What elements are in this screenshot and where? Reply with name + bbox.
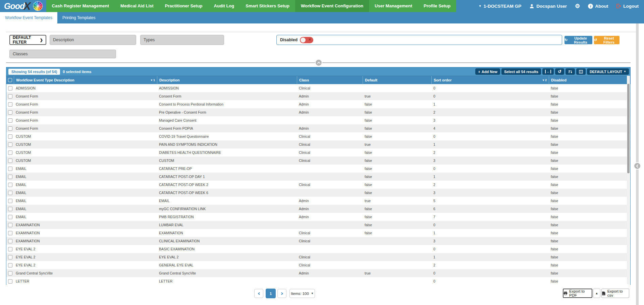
nav-medical-aid-list[interactable]: Medical Aid List (115, 0, 159, 12)
about-button[interactable]: i About (588, 4, 608, 9)
previous-page-button[interactable] (254, 289, 263, 298)
select-all-button[interactable]: Select all 54 results (501, 68, 541, 75)
table-row[interactable]: Consent Form Consent Form POPIA Admin fa… (6, 124, 630, 132)
tab-workflow-event-templates[interactable]: Workflow Event Templates (0, 12, 57, 23)
row-checkbox[interactable] (8, 167, 12, 171)
row-checkbox[interactable] (8, 191, 12, 195)
table-row[interactable]: EMAIL CATARACT POST-OP WEEK 2 Clinical f… (6, 181, 630, 189)
column-header-disabled[interactable]: Disabled (549, 76, 630, 84)
row-checkbox[interactable] (8, 175, 12, 179)
table-row[interactable]: EMAIL CATARACT PRE-OP false 0 false (6, 165, 630, 173)
row-checkbox[interactable] (8, 199, 12, 203)
row-checkbox[interactable] (8, 263, 12, 267)
select-all-checkbox[interactable] (8, 78, 12, 82)
table-row[interactable]: CUSTOM PAIN AND SYMPTOMS INDICATION Clin… (6, 140, 630, 148)
items-per-page-select[interactable]: Items: 100 ▼ (289, 289, 315, 298)
export-pdf-button[interactable]: Export to PDF (563, 289, 592, 298)
row-checkbox[interactable] (8, 134, 12, 139)
row-checkbox[interactable] (8, 247, 12, 251)
table-row[interactable]: EMAIL myGC CONFIRMATION LINK Admin false… (6, 205, 630, 213)
page-number-button[interactable]: 1 (266, 289, 276, 298)
row-checkbox[interactable] (8, 239, 12, 243)
vertical-scrollbar[interactable] (627, 76, 630, 284)
table-row[interactable]: Consent Form Consent Form Admin true 0 f… (6, 92, 630, 100)
nav-smart-stickers-setup[interactable]: Smart Stickers Setup (240, 0, 295, 12)
classes-filter-input[interactable] (9, 50, 116, 58)
settings-gear-icon[interactable]: ⚙ (575, 3, 580, 9)
user-menu[interactable]: Docspan User (529, 4, 567, 9)
columns-button[interactable] (576, 68, 586, 75)
reset-grid-button[interactable]: ↺ (555, 68, 564, 75)
nav-user-management[interactable]: User Management (369, 0, 418, 12)
description-filter-input[interactable] (50, 35, 136, 45)
table-row[interactable]: Consent Form Pre Operative - Consent For… (6, 108, 630, 116)
row-checkbox[interactable] (8, 86, 12, 90)
table-row[interactable]: EXAMINATION CLINICAL EXAMINATION Clinica… (6, 237, 630, 245)
nav-profile-setup[interactable]: Profile Setup (418, 0, 456, 12)
table-row[interactable]: EMAIL EMAIL Admin true 5 false (6, 197, 630, 205)
row-checkbox[interactable] (8, 159, 12, 163)
row-checkbox[interactable] (8, 118, 12, 123)
column-header-sort-order[interactable]: Sort order ▼ 2 (431, 76, 549, 84)
column-header-description[interactable]: Description (157, 76, 297, 84)
row-checkbox[interactable] (8, 271, 12, 276)
export-csv-button[interactable]: csv Export to csv (601, 289, 629, 298)
nav-workflow-event-configuration[interactable]: Workflow Event Configuration (295, 0, 369, 12)
fit-columns-button[interactable]: ↔ (542, 68, 554, 75)
row-checkbox[interactable] (8, 110, 12, 115)
table-row[interactable]: EMAIL CATARACT POST-OP WEEK 6 false 3 fa… (6, 189, 630, 197)
row-checkbox[interactable] (8, 150, 12, 155)
filter-collapse-button[interactable] (315, 59, 322, 66)
row-checkbox[interactable] (8, 223, 12, 227)
table-row[interactable]: Consent Form Managed Care Consent false … (6, 116, 630, 124)
nav-practitioner-setup[interactable]: Practitioner Setup (159, 0, 208, 12)
nav-cash-register-management[interactable]: Cash Register Management (46, 0, 115, 12)
disabled-toggle[interactable]: × (300, 37, 313, 43)
types-filter-input[interactable] (140, 35, 224, 45)
table-row[interactable]: LETTER LETTER 0 false (6, 277, 630, 285)
table-row[interactable]: CUSTOM CUSTOM Clinical false 3 false (6, 157, 630, 165)
row-checkbox[interactable] (8, 142, 12, 147)
row-checkbox[interactable] (8, 126, 12, 131)
filter-select[interactable]: DEFAULT FILTER ❯ (9, 35, 46, 45)
goodx-logo[interactable]: Good X (0, 0, 46, 12)
row-checkbox[interactable] (8, 215, 12, 219)
table-row[interactable]: EYE EVAL 2 GENERAL EYE EVAL Clinical 2 f… (6, 261, 630, 269)
scrollbar-thumb[interactable] (627, 84, 630, 173)
logout-button[interactable]: Logout (616, 4, 639, 9)
practice-selector[interactable]: ▼ 1-DOCSTEAM GP (479, 4, 521, 9)
export-pdf-options-button[interactable]: ▲ (593, 289, 600, 298)
table-row[interactable]: EMAIL CATARACT POST-OP DAY 1 false 1 fal… (6, 173, 630, 181)
side-panel-toggle-button[interactable] (634, 162, 641, 170)
table-row[interactable]: Consent Form Consent to Process Perdonal… (6, 100, 630, 108)
sort-button[interactable] (566, 68, 575, 75)
tab-printing-templates[interactable]: Printing Templates (57, 12, 101, 23)
row-checkbox[interactable] (8, 231, 12, 235)
table-row[interactable]: ADMISSION ADMISSION Clinical 0 false (6, 84, 630, 92)
table-row[interactable]: EYE EVAL 2 BASIC EXAMINATION 0 false (6, 245, 630, 253)
reset-filters-button[interactable]: ↺ Reset Filters (594, 36, 620, 44)
table-row[interactable]: Grand Central SyncVite Grand Central Syn… (6, 269, 630, 277)
row-checkbox[interactable] (8, 279, 12, 284)
table-row[interactable]: CUSTOM DIABETES HEALTH QUESTIONNAIRE Cli… (6, 148, 630, 157)
update-results-button[interactable]: ↻ Update Results (565, 36, 592, 44)
table-row[interactable]: EYE EVAL 2 EYE EVAL 2 Clinical 1 false (6, 253, 630, 261)
column-header-class[interactable]: Class (297, 76, 363, 84)
row-checkbox[interactable] (8, 207, 12, 211)
layout-select[interactable]: DEFAULT LAYOUT ▼ (587, 68, 629, 75)
table-row[interactable]: EXAMINATION LUMBAR EVAL false 0 false (6, 221, 630, 229)
row-checkbox[interactable] (8, 102, 12, 107)
table-row[interactable]: EXAMINATION EXAMINATION Clinical false 1… (6, 229, 630, 237)
row-checkbox[interactable] (8, 94, 12, 99)
next-page-button[interactable] (277, 289, 286, 298)
table-row[interactable]: CUSTOM COVID-19 Travel Questionnaire Cli… (6, 132, 630, 140)
column-header-default[interactable]: Default (363, 76, 431, 84)
results-count-badge[interactable]: Showing 54 results (of 54) (8, 69, 60, 75)
row-checkbox[interactable] (8, 183, 12, 187)
column-header-type[interactable]: Workflow Event Type Description ▼ 1 (14, 76, 157, 84)
cell-event-type: Consent Form (14, 110, 157, 114)
nav-audit-log[interactable]: Audit Log (208, 0, 240, 12)
table-row[interactable]: EMAIL PMB REGISTRATION Admin false 7 fal… (6, 213, 630, 221)
row-checkbox[interactable] (8, 255, 12, 259)
add-new-button[interactable]: + Add New (475, 68, 500, 75)
